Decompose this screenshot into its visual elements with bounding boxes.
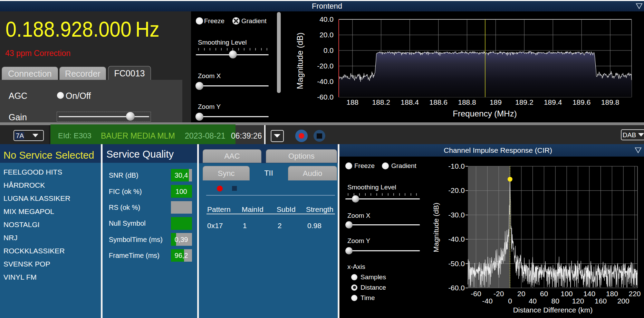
svg-text:188.4: 188.4 — [401, 98, 419, 106]
svg-text:220: 220 — [628, 290, 641, 298]
svg-text:-10.0: -10.0 — [448, 162, 465, 170]
svg-text:-40.0: -40.0 — [317, 77, 334, 85]
svg-text:100: 100 — [561, 290, 573, 298]
svg-text:Magnitude (dB): Magnitude (dB) — [432, 203, 440, 252]
svg-text:-50.0: -50.0 — [448, 260, 465, 268]
svg-text:180: 180 — [606, 290, 618, 298]
svg-text:140: 140 — [583, 290, 595, 298]
svg-text:-20.0: -20.0 — [448, 186, 465, 194]
svg-text:189.2: 189.2 — [515, 98, 534, 106]
svg-text:188.6: 188.6 — [429, 98, 448, 106]
svg-text:188.8: 188.8 — [458, 98, 476, 106]
svg-text:20: 20 — [517, 290, 525, 298]
svg-text:-60.0: -60.0 — [317, 93, 334, 101]
svg-text:120: 120 — [572, 297, 584, 305]
svg-text:-30.0: -30.0 — [448, 211, 465, 219]
svg-text:-20.0: -20.0 — [317, 62, 334, 70]
svg-text:-60: -60 — [471, 290, 481, 298]
svg-text:160: 160 — [595, 297, 607, 305]
svg-text:0.0: 0.0 — [324, 46, 334, 54]
svg-text:Frequency (MHz): Frequency (MHz) — [453, 109, 517, 118]
svg-text:20.0: 20.0 — [319, 31, 334, 39]
svg-text:40: 40 — [529, 297, 537, 305]
svg-text:40.0: 40.0 — [319, 15, 334, 23]
svg-text:-20: -20 — [493, 290, 504, 298]
svg-text:200: 200 — [617, 297, 629, 305]
svg-text:189.8: 189.8 — [601, 98, 619, 106]
svg-text:-60.0: -60.0 — [448, 284, 465, 292]
svg-text:Magnitude (dB): Magnitude (dB) — [295, 32, 305, 89]
svg-text:189.6: 189.6 — [573, 98, 591, 106]
svg-text:-40.0: -40.0 — [448, 235, 465, 243]
svg-text:188.2: 188.2 — [372, 98, 390, 106]
svg-text:189: 189 — [490, 98, 502, 106]
svg-text:189.4: 189.4 — [544, 98, 562, 106]
svg-text:Distance Difference (km): Distance Difference (km) — [513, 306, 593, 314]
svg-text:80: 80 — [551, 297, 559, 305]
svg-text:188: 188 — [346, 98, 358, 106]
svg-text:-40: -40 — [482, 297, 492, 305]
svg-text:0: 0 — [508, 297, 512, 305]
svg-text:60: 60 — [540, 290, 548, 298]
